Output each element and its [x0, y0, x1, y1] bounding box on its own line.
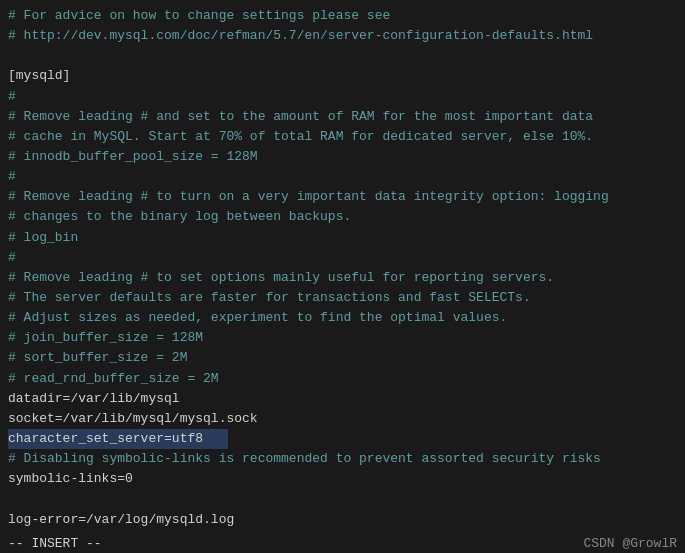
code-line: # http://dev.mysql.com/doc/refman/5.7/en… [8, 26, 677, 46]
code-line: # Remove leading # to set options mainly… [8, 268, 677, 288]
code-line: datadir=/var/lib/mysql [8, 389, 677, 409]
code-line: # log_bin [8, 228, 677, 248]
code-line [8, 46, 677, 66]
code-line: log-error=/var/log/mysqld.log [8, 510, 677, 530]
code-line: # read_rnd_buffer_size = 2M [8, 369, 677, 389]
code-line [8, 489, 677, 509]
code-line: # cache in MySQL. Start at 70% of total … [8, 127, 677, 147]
code-line: # The server defaults are faster for tra… [8, 288, 677, 308]
code-content: # For advice on how to change settings p… [8, 6, 677, 553]
code-line: character_set_server=utf8 [8, 429, 677, 449]
code-line: # join_buffer_size = 128M [8, 328, 677, 348]
code-line: # [8, 87, 677, 107]
code-line: # [8, 248, 677, 268]
code-line: socket=/var/lib/mysql/mysql.sock [8, 409, 677, 429]
code-line: # Remove leading # to turn on a very imp… [8, 187, 677, 207]
code-line: symbolic-links=0 [8, 469, 677, 489]
code-line: # Remove leading # and set to the amount… [8, 107, 677, 127]
terminal-window: # For advice on how to change settings p… [0, 0, 685, 553]
insert-status: -- INSERT -- [8, 536, 102, 551]
code-line: # For advice on how to change settings p… [8, 6, 677, 26]
code-line: # sort_buffer_size = 2M [8, 348, 677, 368]
status-bar: -- INSERT -- CSDN @GrowlR [0, 534, 685, 553]
code-line: [mysqld] [8, 66, 677, 86]
code-line: # innodb_buffer_pool_size = 128M [8, 147, 677, 167]
code-line: # Disabling symbolic-links is recommende… [8, 449, 677, 469]
watermark-text: CSDN @GrowlR [583, 536, 677, 551]
code-line: # Adjust sizes as needed, experiment to … [8, 308, 677, 328]
code-line: # changes to the binary log between back… [8, 207, 677, 227]
code-line: # [8, 167, 677, 187]
